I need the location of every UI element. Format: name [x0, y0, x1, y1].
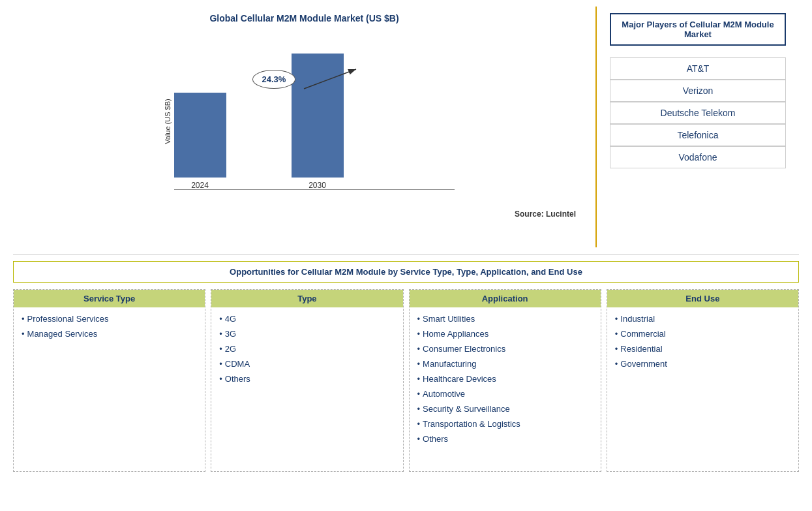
column-2: Application•Smart Utilities•Home Applian… — [409, 289, 601, 472]
bullet-icon: • — [417, 314, 421, 324]
bullet-icon: • — [219, 344, 222, 354]
list-item: •2G — [219, 344, 395, 354]
y-axis-label: Value (US $B) — [163, 99, 171, 144]
bullet-icon: • — [417, 374, 421, 384]
list-item: •Managed Services — [22, 329, 197, 339]
column-header-0: Service Type — [14, 290, 205, 307]
bullet-icon: • — [219, 329, 222, 339]
bullet-icon: • — [615, 329, 618, 339]
bar-2024: 2024 — [174, 93, 226, 190]
player-item: Verizon — [610, 80, 786, 102]
list-item: •Home Appliances — [417, 329, 593, 339]
list-item: •Manufacturing — [417, 359, 593, 369]
bullet-icon: • — [615, 344, 618, 354]
column-content-3: •Industrial•Commercial•Residential•Gover… — [607, 307, 798, 375]
column-content-0: •Professional Services•Managed Services — [14, 307, 205, 345]
bullet-icon: • — [615, 314, 618, 324]
list-item: •Industrial — [615, 314, 790, 324]
bullet-icon: • — [615, 359, 618, 369]
players-title: Major Players of Cellular M2M Module Mar… — [610, 13, 786, 46]
list-item: •Consumer Electronics — [417, 344, 593, 354]
bullet-icon: • — [22, 329, 25, 339]
list-item: •Others — [417, 434, 593, 444]
list-item: •CDMA — [219, 359, 395, 369]
list-item: •Smart Utilities — [417, 314, 593, 324]
player-item: AT&T — [610, 57, 786, 80]
growth-bubble: 24.3% — [252, 70, 296, 89]
source-text: Source: Lucintel — [26, 209, 582, 219]
bottom-section: Opportunities for Cellular M2M Module by… — [13, 255, 799, 504]
column-header-1: Type — [211, 290, 402, 307]
bullet-icon: • — [417, 404, 421, 414]
bullet-icon: • — [219, 374, 222, 384]
player-item: Vodafone — [610, 146, 786, 168]
bullet-icon: • — [417, 344, 421, 354]
player-item: Telefonica — [610, 124, 786, 146]
list-item: •Professional Services — [22, 314, 197, 324]
player-item: Deutsche Telekom — [610, 102, 786, 124]
list-item: •Security & Surveillance — [417, 404, 593, 414]
list-item: •Others — [219, 374, 395, 384]
list-item: •Commercial — [615, 329, 790, 339]
bullet-icon: • — [219, 359, 222, 369]
column-0: Service Type•Professional Services•Manag… — [13, 289, 205, 472]
list-item: •Healthcare Devices — [417, 374, 593, 384]
bullet-icon: • — [417, 329, 421, 339]
list-item: •Automotive — [417, 389, 593, 399]
main-container: Global Cellular M2M Module Market (US $B… — [0, 0, 812, 511]
bullet-icon: • — [417, 419, 421, 429]
players-area: Major Players of Cellular M2M Module Mar… — [597, 7, 799, 247]
players-list: AT&TVerizonDeutsche TelekomTelefonicaVod… — [610, 57, 786, 168]
column-content-2: •Smart Utilities•Home Appliances•Consume… — [410, 307, 601, 450]
list-item: •4G — [219, 314, 395, 324]
chart-area: Global Cellular M2M Module Market (US $B… — [13, 7, 597, 247]
growth-annotation: 24.3% — [252, 66, 360, 92]
top-section: Global Cellular M2M Module Market (US $B… — [13, 7, 799, 255]
chart-title: Global Cellular M2M Module Market (US $B… — [209, 13, 398, 23]
column-3: End Use•Industrial•Commercial•Residentia… — [607, 289, 799, 472]
bullet-icon: • — [22, 314, 25, 324]
bullet-icon: • — [417, 359, 421, 369]
column-content-1: •4G•3G•2G•CDMA•Others — [211, 307, 402, 390]
growth-arrow — [301, 66, 359, 92]
column-header-2: Application — [410, 290, 601, 307]
svg-line-1 — [304, 69, 356, 89]
x-axis-line — [174, 189, 455, 191]
list-item: •Government — [615, 359, 790, 369]
bullet-icon: • — [417, 434, 421, 444]
column-header-3: End Use — [607, 290, 798, 307]
list-item: •3G — [219, 329, 395, 339]
bullet-icon: • — [417, 389, 421, 399]
columns-container: Service Type•Professional Services•Manag… — [13, 289, 799, 472]
bullet-icon: • — [219, 314, 222, 324]
list-item: •Transportation & Logistics — [417, 419, 593, 429]
opportunities-title: Opportunities for Cellular M2M Module by… — [13, 261, 799, 283]
column-1: Type•4G•3G•2G•CDMA•Others — [211, 289, 403, 472]
bar-2024-rect — [174, 93, 226, 178]
list-item: •Residential — [615, 344, 790, 354]
